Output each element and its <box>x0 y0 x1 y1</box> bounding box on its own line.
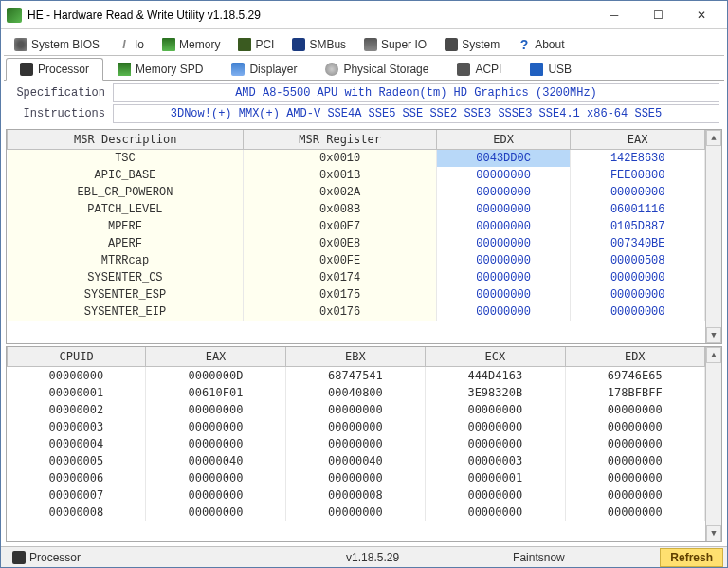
table-row[interactable]: PATCH_LEVEL0x008B0000000006001116 <box>8 201 705 218</box>
table-cell[interactable]: 00000000 <box>436 235 571 252</box>
table-cell[interactable]: 178BFBFF <box>565 384 704 401</box>
table-cell[interactable]: 00000000 <box>436 269 571 286</box>
table-cell[interactable]: 00000000 <box>565 504 704 521</box>
table-cell[interactable]: 00000000 <box>571 286 705 303</box>
tab-memory-spd[interactable]: Memory SPD <box>103 58 217 80</box>
table-cell[interactable]: 00000000 <box>146 486 285 504</box>
table-cell[interactable]: 00000000 <box>8 367 146 384</box>
table-cell[interactable]: 00000000 <box>146 504 285 521</box>
table-cell[interactable]: 00000000 <box>436 286 571 303</box>
toolbar-pci[interactable]: PCI <box>229 34 282 55</box>
table-cell[interactable]: 00000000 <box>436 218 571 235</box>
column-header[interactable]: EAX <box>146 347 285 367</box>
table-cell[interactable]: 00000040 <box>285 452 425 469</box>
table-cell[interactable]: SYSENTER_CS <box>8 269 244 286</box>
table-cell[interactable]: 00000000 <box>565 486 704 504</box>
scroll-track[interactable] <box>706 363 721 525</box>
table-row[interactable]: MTRRcap0x00FE0000000000000508 <box>8 252 705 269</box>
table-cell[interactable]: 0x0010 <box>244 150 436 167</box>
table-cell[interactable]: 00000001 <box>426 469 565 486</box>
tab-displayer[interactable]: Displayer <box>217 58 311 80</box>
table-cell[interactable]: 00000000 <box>565 435 704 452</box>
column-header[interactable]: EBX <box>285 347 425 367</box>
table-cell[interactable]: 00000008 <box>8 504 146 521</box>
table-cell[interactable]: 00000000 <box>426 401 565 418</box>
table-cell[interactable]: 00040800 <box>285 384 425 401</box>
table-cell[interactable]: 00000000 <box>426 418 565 435</box>
table-cell[interactable]: 00000000 <box>285 469 425 486</box>
table-cell[interactable]: EBL_CR_POWERON <box>8 184 244 201</box>
table-cell[interactable]: APERF <box>8 235 244 252</box>
table-cell[interactable]: 0x00E8 <box>244 235 436 252</box>
cpuid-grid[interactable]: CPUIDEAXEBXECXEDX000000000000000D6874754… <box>7 347 705 541</box>
table-row[interactable]: 0000000200000000000000000000000000000000 <box>8 401 705 418</box>
table-cell[interactable]: 00000000 <box>436 201 571 218</box>
table-cell[interactable]: 0x008B <box>244 201 436 218</box>
table-cell[interactable]: 00000000 <box>285 418 425 435</box>
table-row[interactable]: APERF0x00E800000000007340BE <box>8 235 705 252</box>
table-row[interactable]: APIC_BASE0x001B00000000FEE00800 <box>8 167 705 184</box>
table-cell[interactable]: 00000508 <box>571 252 705 269</box>
table-row[interactable]: 000000000000000D68747541444D416369746E65 <box>8 367 705 384</box>
table-cell[interactable]: 00000000 <box>146 469 285 486</box>
table-cell[interactable]: 00000007 <box>8 486 146 504</box>
column-header[interactable]: EAX <box>571 130 705 150</box>
tab-physical-storage[interactable]: Physical Storage <box>311 58 443 80</box>
table-row[interactable]: SYSENTER_EIP0x01760000000000000000 <box>8 303 705 321</box>
table-row[interactable]: 0000000100610F01000408003E98320B178BFBFF <box>8 384 705 401</box>
table-cell[interactable]: 0x001B <box>244 167 436 184</box>
tab-processor[interactable]: Processor <box>6 58 103 81</box>
table-row[interactable]: MPERF0x00E7000000000105D887 <box>8 218 705 235</box>
refresh-button[interactable]: Refresh <box>660 548 723 567</box>
table-cell[interactable]: 0x00E7 <box>244 218 436 235</box>
table-cell[interactable]: 00000000 <box>436 167 571 184</box>
table-cell[interactable]: 00000000 <box>285 504 425 521</box>
table-cell[interactable]: 00000008 <box>285 486 425 504</box>
msr-table[interactable]: MSR DescriptionMSR RegisterEDXEAXTSC0x00… <box>7 130 705 321</box>
table-row[interactable]: SYSENTER_ESP0x01750000000000000000 <box>8 286 705 303</box>
toolbar-super-io[interactable]: Super IO <box>355 34 435 55</box>
table-cell[interactable]: 00000000 <box>565 469 704 486</box>
table-cell[interactable]: 0x0174 <box>244 269 436 286</box>
table-row[interactable]: 0000000300000000000000000000000000000000 <box>8 418 705 435</box>
table-cell[interactable]: 00000004 <box>8 435 146 452</box>
table-cell[interactable]: PATCH_LEVEL <box>8 201 244 218</box>
table-cell[interactable]: 00000000 <box>436 184 571 201</box>
column-header[interactable]: MSR Register <box>244 130 436 150</box>
maximize-button[interactable]: ☐ <box>636 1 680 29</box>
column-header[interactable]: MSR Description <box>8 130 244 150</box>
table-cell[interactable]: APIC_BASE <box>8 167 244 184</box>
table-cell[interactable]: 444D4163 <box>426 367 565 384</box>
table-row[interactable]: SYSENTER_CS0x01740000000000000000 <box>8 269 705 286</box>
table-cell[interactable]: 00000000 <box>285 435 425 452</box>
table-cell[interactable]: 00000000 <box>571 184 705 201</box>
table-row[interactable]: 0000000700000000000000080000000000000000 <box>8 486 705 504</box>
table-cell[interactable]: 00000000 <box>565 418 704 435</box>
table-cell[interactable]: 00000000 <box>146 418 285 435</box>
table-cell[interactable]: 00000002 <box>8 401 146 418</box>
minimize-button[interactable]: ─ <box>592 1 636 29</box>
column-header[interactable]: CPUID <box>8 347 146 367</box>
table-cell[interactable]: MPERF <box>8 218 244 235</box>
table-cell[interactable]: 00000000 <box>571 303 705 321</box>
table-row[interactable]: 0000000500000040000000400000000300000000 <box>8 452 705 469</box>
table-cell[interactable]: TSC <box>8 150 244 167</box>
toolbar-about[interactable]: ?About <box>509 34 573 55</box>
table-cell[interactable]: 00000000 <box>436 252 571 269</box>
table-cell[interactable]: 00000001 <box>8 384 146 401</box>
table-cell[interactable]: 00000000 <box>146 435 285 452</box>
table-cell[interactable]: SYSENTER_EIP <box>8 303 244 321</box>
table-cell[interactable]: 69746E65 <box>565 367 704 384</box>
table-cell[interactable]: 00000003 <box>426 452 565 469</box>
table-cell[interactable]: 06001116 <box>571 201 705 218</box>
msr-grid[interactable]: MSR DescriptionMSR RegisterEDXEAXTSC0x00… <box>7 130 705 343</box>
table-cell[interactable]: 00000000 <box>565 401 704 418</box>
table-cell[interactable]: 00000000 <box>146 401 285 418</box>
table-cell[interactable]: SYSENTER_ESP <box>8 286 244 303</box>
scroll-up-button[interactable]: ▲ <box>706 130 721 146</box>
table-cell[interactable]: MTRRcap <box>8 252 244 269</box>
table-row[interactable]: 0000000600000000000000000000000100000000 <box>8 469 705 486</box>
toolbar-system-bios[interactable]: System BIOS <box>6 34 108 55</box>
table-cell[interactable]: 00000000 <box>565 452 704 469</box>
table-cell[interactable]: 00000040 <box>146 452 285 469</box>
